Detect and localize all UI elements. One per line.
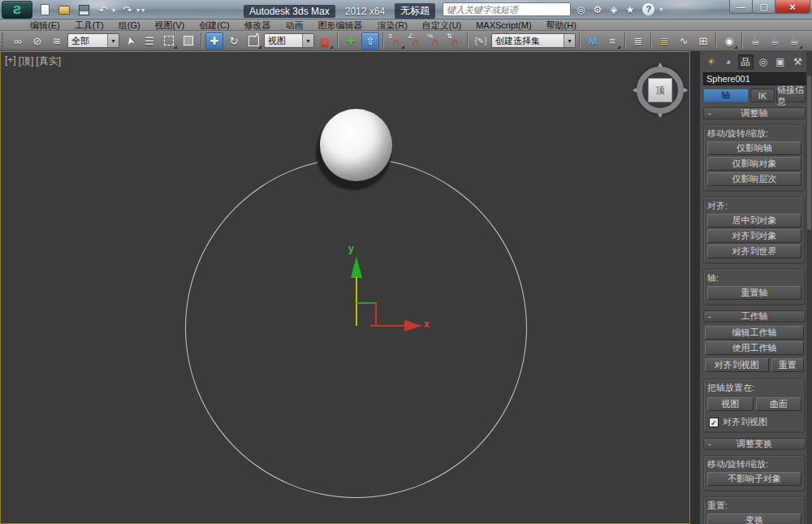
- angle-snap-button[interactable]: ∠∩: [407, 32, 425, 50]
- search-input[interactable]: [443, 3, 570, 15]
- unlink-selection-button[interactable]: ⊘: [28, 32, 46, 50]
- select-and-rotate-button[interactable]: ↻: [225, 32, 243, 50]
- pivot-mode-button[interactable]: 轴: [703, 89, 749, 102]
- edit-named-selection-sets-button[interactable]: {✎}: [472, 32, 490, 50]
- tab-create[interactable]: ☀: [703, 54, 719, 70]
- subscription-wrench-icon[interactable]: ⚙: [593, 4, 602, 15]
- schematic-view-button[interactable]: ⊞: [694, 32, 712, 50]
- close-button[interactable]: ×: [775, 0, 810, 14]
- affect-pivot-only-button[interactable]: 仅影响轴: [707, 141, 801, 155]
- maximize-button[interactable]: ▢: [752, 0, 775, 14]
- rendered-frame-window-button[interactable]: ☕: [766, 32, 784, 50]
- reset-pivot-button[interactable]: 重置轴: [707, 286, 801, 300]
- use-working-pivot-button[interactable]: 使用工作轴: [705, 341, 804, 355]
- selection-filter-combo[interactable]: 全部 ▾: [67, 33, 119, 48]
- menu-graph-editors[interactable]: 图形编辑器: [311, 19, 370, 31]
- viewcube[interactable]: 顶: [634, 64, 686, 116]
- tab-utilities[interactable]: ⚒: [790, 54, 806, 70]
- select-and-move-button[interactable]: ✚: [205, 32, 223, 50]
- undo-dropdown[interactable]: ▾: [112, 6, 115, 14]
- viewport-menu-view[interactable]: [顶]: [19, 54, 34, 68]
- redo-button[interactable]: ↷: [120, 2, 135, 17]
- communication-center-icon[interactable]: ◈: [610, 4, 617, 15]
- rollout-header-adjust-pivot[interactable]: - 调整轴: [703, 107, 806, 119]
- search-icon[interactable]: ◎: [577, 4, 585, 15]
- rollout-header-working-pivot[interactable]: - 工作轴: [703, 310, 806, 323]
- select-and-manipulate-button[interactable]: ✚: [342, 32, 360, 50]
- align-button[interactable]: ≡: [603, 32, 621, 50]
- minimize-button[interactable]: —: [729, 0, 753, 14]
- dont-affect-children-button[interactable]: 不影响子对象: [707, 472, 801, 486]
- undo-button[interactable]: ↶: [96, 2, 110, 17]
- graphite-ribbon-button[interactable]: ≣: [655, 32, 673, 50]
- panel-scrollbar[interactable]: [806, 51, 812, 524]
- favorites-star-icon[interactable]: ★: [625, 4, 634, 15]
- rectangular-selection-region-button[interactable]: [160, 32, 178, 50]
- menu-create[interactable]: 创建(C): [192, 19, 236, 31]
- curve-editor-button[interactable]: ∿: [675, 32, 693, 50]
- combo-arrow-icon[interactable]: ▾: [302, 34, 313, 47]
- sphere-object[interactable]: [320, 109, 392, 181]
- place-surface-button[interactable]: 曲面: [756, 397, 802, 411]
- mirror-button[interactable]: M: [584, 32, 602, 50]
- reset-working-pivot-button[interactable]: 重置: [771, 358, 804, 372]
- snap-toggle-3d-button[interactable]: 3∩: [387, 32, 405, 50]
- tab-hierarchy[interactable]: 品: [738, 54, 754, 70]
- rollout-header-adjust-transform[interactable]: - 调整变换: [703, 438, 806, 450]
- toolbar-drag-handle[interactable]: [2, 32, 6, 49]
- menu-animation[interactable]: 动画: [279, 19, 311, 31]
- keyboard-shortcut-override-button[interactable]: ⇧: [361, 32, 379, 50]
- tab-display[interactable]: ▣: [772, 54, 788, 70]
- tab-modify[interactable]: ◕: [720, 54, 736, 70]
- help-icon[interactable]: ?: [642, 3, 654, 15]
- viewport-top[interactable]: [+] [顶] [真实] y x 顶: [0, 51, 690, 524]
- render-setup-button[interactable]: ☕: [746, 32, 764, 50]
- panel-scrollbar-thumb[interactable]: [807, 76, 811, 230]
- window-crossing-toggle-button[interactable]: [179, 32, 197, 50]
- bind-to-space-warp-button[interactable]: ≋: [48, 32, 66, 50]
- viewport-menu-plus[interactable]: [+]: [5, 54, 16, 68]
- menu-modifiers[interactable]: 修改器: [237, 19, 279, 31]
- center-to-object-button[interactable]: 居中到对象: [707, 214, 801, 227]
- layer-manager-button[interactable]: ≣: [629, 32, 647, 50]
- align-to-world-button[interactable]: 对齐到世界: [707, 245, 801, 258]
- menu-views[interactable]: 视图(V): [148, 19, 192, 31]
- align-to-object-button[interactable]: 对齐到对象: [707, 229, 801, 243]
- spinner-snap-button[interactable]: ⇅∩: [446, 32, 464, 50]
- gizmo-y-arrow[interactable]: [351, 257, 362, 278]
- named-selection-combo[interactable]: 创建选择集 ▾: [491, 33, 576, 48]
- affect-object-only-button[interactable]: 仅影响对象: [707, 157, 801, 171]
- ik-mode-button[interactable]: IK: [750, 89, 775, 102]
- percent-snap-button[interactable]: %∩: [426, 32, 444, 50]
- menu-customize[interactable]: 自定义(U): [415, 19, 469, 31]
- use-pivot-point-center-button[interactable]: ▣: [316, 32, 334, 50]
- reset-transform-button[interactable]: 变换: [707, 513, 801, 524]
- tab-motion[interactable]: ◎: [755, 54, 771, 70]
- menu-group[interactable]: 组(G): [111, 19, 148, 31]
- new-file-button[interactable]: [37, 2, 52, 17]
- app-menu-button[interactable]: S: [2, 1, 32, 19]
- gizmo-y-axis[interactable]: [356, 277, 357, 326]
- save-file-button[interactable]: [76, 2, 91, 17]
- reference-coordinate-combo[interactable]: 视图 ▾: [264, 33, 314, 48]
- circle-spline[interactable]: [185, 158, 527, 498]
- select-and-scale-button[interactable]: ↗: [244, 32, 262, 50]
- gizmo-xy-plane-green[interactable]: [356, 302, 377, 304]
- select-object-button[interactable]: ➤: [121, 32, 139, 50]
- render-production-button[interactable]: ☕: [785, 32, 803, 50]
- open-file-button[interactable]: [57, 2, 71, 17]
- menu-maxscript[interactable]: MAXScript(M): [469, 19, 538, 31]
- viewcube-top-face[interactable]: 顶: [648, 78, 672, 102]
- place-view-button[interactable]: 视图: [707, 397, 754, 411]
- link-info-mode-button[interactable]: 链接信息: [776, 89, 806, 102]
- menu-edit[interactable]: 编辑(E): [23, 19, 67, 31]
- gizmo-x-arrow[interactable]: [404, 320, 422, 331]
- affect-hierarchy-only-button[interactable]: 仅影响层次: [707, 172, 801, 186]
- gizmo-x-axis[interactable]: [370, 325, 405, 327]
- menu-rendering[interactable]: 渲染(R): [370, 19, 415, 31]
- checkbox-checked[interactable]: ✓: [709, 418, 719, 427]
- combo-arrow-icon[interactable]: ▾: [564, 34, 575, 47]
- help-dropdown[interactable]: ▾: [659, 6, 663, 13]
- menu-tools[interactable]: 工具(T): [67, 19, 111, 31]
- material-editor-button[interactable]: ◉: [720, 32, 738, 50]
